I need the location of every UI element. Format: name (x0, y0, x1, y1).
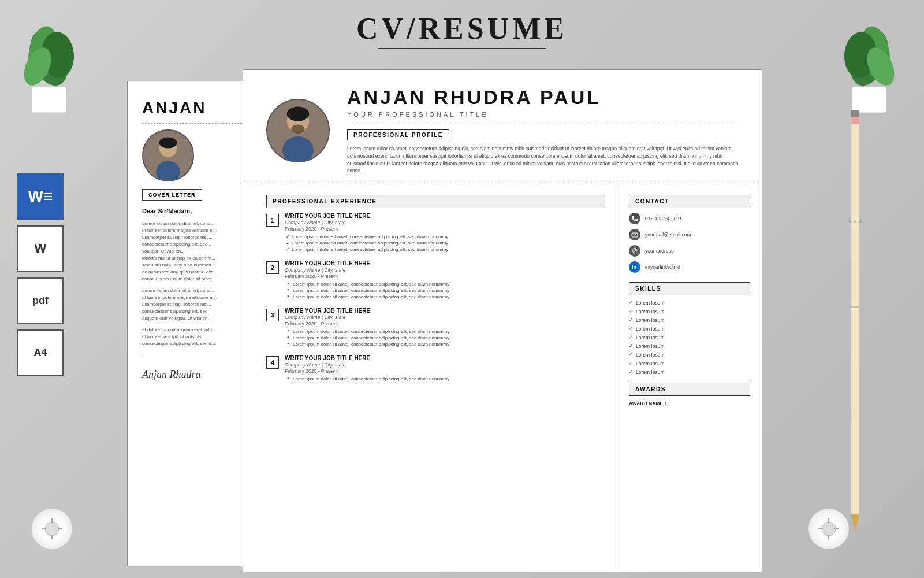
plant-left (0, 0, 116, 116)
exp-content-3: WRITE YOUR JOB TITLE HERE Company Name |… (285, 307, 605, 348)
svg-rect-22 (851, 116, 859, 124)
experience-header: PROFESSIONAL EXPERIENCE (266, 195, 605, 208)
email-icon (629, 229, 640, 240)
exp-bullet-1-1: Lorem ipsum dolor sit amet, consectetuer… (292, 234, 605, 239)
exp-company-3: Company Name | City, state (285, 314, 605, 320)
skill-1: Lorem Ipsum (629, 300, 750, 306)
exp-company-4: Company Name | City, state (285, 362, 605, 368)
exp-date-2: February 2020 - Present (285, 273, 605, 279)
exp-date-4: February 2020 - Present (285, 368, 605, 374)
resume-name: ANJAN RHUDRA PAUL (347, 86, 739, 109)
exp-num-3: 3 (266, 309, 279, 321)
exp-bullet-3-2: Lorem ipsum dolor sit amet, consectetuer… (293, 335, 605, 340)
exp-num-4: 4 (266, 356, 279, 369)
header-divider (347, 123, 739, 123)
skill-5: Lorem Ipsum (629, 335, 750, 340)
exp-content-4: WRITE YOUR JOB TITLE HERE Company Name |… (285, 355, 605, 383)
exp-num-2: 2 (266, 261, 279, 274)
svg-rect-20 (851, 121, 859, 514)
exp-bullet-2-1: Lorem ipsum dolor sit amet, consectetuer… (293, 281, 605, 287)
exp-entry-3: 3 WRITE YOUR JOB TITLE HERE Company Name… (266, 307, 605, 348)
svg-point-36 (634, 249, 636, 251)
award-1: AWARD NAME 1 (629, 401, 750, 406)
contact-email: yourmail@email.com (629, 229, 750, 240)
main-resume-page: ANJAN RHUDRA PAUL YOUR PROFESSIONAL TITL… (243, 69, 762, 572)
skill-8: Lorem Ipsum (629, 361, 750, 366)
resume-profile-photo (266, 99, 330, 162)
svg-rect-0 (32, 87, 66, 113)
skill-6: Lorem Ipsum (629, 343, 750, 349)
a4-label: A4 (33, 347, 47, 359)
exp-title-4: WRITE YOUR JOB TITLE HERE (285, 355, 605, 361)
resume-professional-title: YOUR PROFESSIONAL TITLE (347, 111, 739, 118)
contact-linkedin-text: in/yourlinkedinid (645, 264, 680, 270)
skill-7: Lorem Ipsum (629, 352, 750, 358)
exp-content-2: WRITE YOUR JOB TITLE HERE Company Name |… (285, 260, 605, 301)
exp-title-2: WRITE YOUR JOB TITLE HERE (285, 260, 605, 266)
exp-bullet-1-2: Lorem ipsum dolor sit amet, consectetuer… (292, 240, 605, 246)
pencil-decoration: STABILO 280 G (849, 104, 862, 538)
word-label: W (35, 241, 47, 256)
skill-2: Lorem Ipsum (629, 309, 750, 314)
exp-entry-2: 2 WRITE YOUR JOB TITLE HERE Company Name… (266, 260, 605, 301)
profile-text: Lorem ipsum dolor sit amet, consectetuer… (347, 145, 739, 175)
pdf-icon[interactable]: pdf (17, 277, 64, 324)
contact-address: your address (629, 245, 750, 257)
contact-email-text: yourmail@email.com (645, 232, 691, 238)
sidebar-icons: W≡ W pdf A4 (17, 173, 64, 376)
exp-num-1: 1 (266, 214, 279, 227)
skill-4: Lorem Ipsum (629, 326, 750, 332)
word-icon-outline[interactable]: W (17, 225, 64, 272)
cover-letter-label: COVER LETTER (142, 189, 202, 201)
exp-bullet-3-3: Lorem ipsum dolor sit amet, consectetuer… (293, 342, 605, 347)
svg-text:in: in (632, 265, 636, 271)
svg-rect-23 (851, 110, 859, 117)
exp-bullet-4-1: Lorem ipsum dolor sit amet, consectetuer… (293, 376, 605, 381)
cover-photo (142, 129, 194, 181)
exp-entry-4: 4 WRITE YOUR JOB TITLE HERE Company Name… (266, 355, 605, 383)
svg-point-33 (287, 106, 310, 121)
exp-title-1: WRITE YOUR JOB TITLE HERE (285, 213, 605, 219)
contact-address-text: your address (645, 248, 673, 254)
skills-header: SKILLS (629, 282, 750, 295)
deco-ball-left (32, 509, 72, 549)
exp-date-1: February 2020 - Present (285, 226, 605, 232)
svg-point-10 (45, 522, 59, 536)
exp-bullet-2-3: Lorem ipsum dolor sit amet, consectetuer… (293, 294, 605, 299)
skill-9: Lorem Ipsum (629, 369, 750, 375)
contact-phone-text: 012 435 245 631 (645, 216, 682, 221)
skill-3: Lorem Ipsum (629, 317, 750, 323)
resume-container: ANJAN COVER LETTER Dear Sir/Madam, Lorem… (127, 69, 832, 566)
resume-header: ANJAN RHUDRA PAUL YOUR PROFESSIONAL TITL… (243, 70, 762, 184)
exp-company-1: Company Name | City, state (285, 220, 605, 225)
exp-bullet-2-2: Lorem ipsum dolor sit amet, consectetuer… (293, 288, 605, 293)
exp-bullet-3-1: Lorem ipsum dolor sit amet, consectetuer… (293, 329, 605, 334)
svg-marker-21 (851, 514, 859, 532)
svg-point-29 (159, 137, 177, 148)
exp-content-1: WRITE YOUR JOB TITLE HERE Company Name |… (285, 213, 605, 253)
phone-icon (629, 213, 640, 224)
left-column: PROFESSIONAL EXPERIENCE 1 WRITE YOUR JOB… (243, 184, 617, 572)
word-icon-label: W≡ (28, 187, 53, 206)
exp-bullet-1-3: Lorem ipsum dolor sit amet, consectetuer… (292, 247, 605, 252)
contact-header: CONTACT (629, 195, 750, 208)
exp-date-3: February 2020 - Present (285, 321, 605, 327)
svg-rect-25 (851, 306, 859, 308)
right-column: CONTACT 012 435 245 631 (617, 184, 762, 572)
contact-linkedin: in in/yourlinkedinid (629, 261, 750, 273)
word-icon-color[interactable]: W≡ (17, 173, 64, 220)
linkedin-icon: in (629, 261, 640, 273)
profile-label: PROFESSIONAL PROFILE (347, 129, 449, 140)
awards-header: AWARDS (629, 383, 750, 396)
exp-title-3: WRITE YOUR JOB TITLE HERE (285, 307, 605, 314)
contact-phone: 012 435 245 631 (629, 213, 750, 224)
svg-text:STABILO 280 G: STABILO 280 G (849, 219, 862, 223)
a4-icon[interactable]: A4 (17, 329, 64, 376)
exp-entry-1: 1 WRITE YOUR JOB TITLE HERE Company Name… (266, 213, 605, 253)
pdf-label: pdf (32, 295, 49, 307)
svg-point-34 (291, 124, 304, 133)
location-icon (629, 245, 640, 257)
page-title-area: CV/RESUME (356, 12, 568, 49)
resume-body: PROFESSIONAL EXPERIENCE 1 WRITE YOUR JOB… (243, 184, 762, 572)
page-title: CV/RESUME (356, 12, 568, 46)
